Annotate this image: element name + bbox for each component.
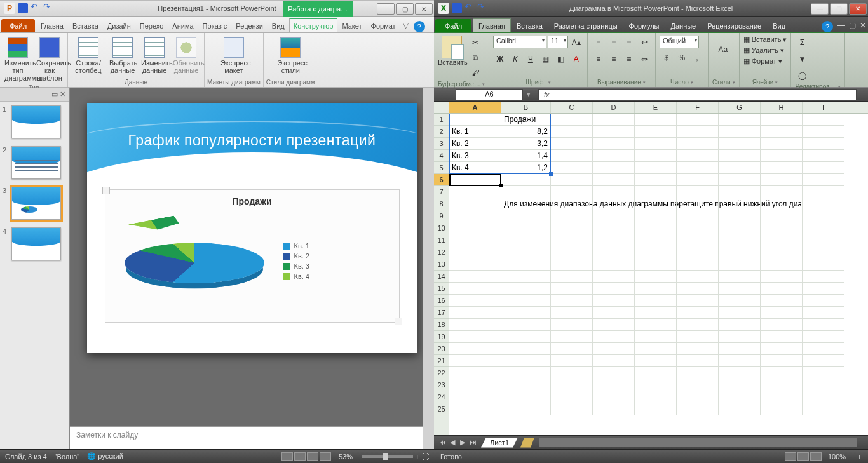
- tab-chart-design[interactable]: Конструктор: [289, 18, 338, 32]
- cell-F18[interactable]: [677, 319, 719, 331]
- cell-F4[interactable]: [677, 150, 719, 162]
- close-button[interactable]: ✕: [849, 3, 867, 15]
- cell-I6[interactable]: [803, 174, 844, 186]
- row-header-7[interactable]: 7: [434, 186, 449, 198]
- cell-G6[interactable]: [719, 174, 761, 186]
- select-all-corner[interactable]: [434, 102, 449, 114]
- cell-D3[interactable]: [593, 138, 635, 150]
- cell-E16[interactable]: [635, 295, 677, 307]
- col-header-D[interactable]: D: [593, 102, 635, 113]
- maximize-button[interactable]: ▢: [830, 3, 848, 15]
- cell-G19[interactable]: [719, 331, 761, 343]
- slideshow-view-icon[interactable]: [320, 452, 331, 461]
- sheet-tab[interactable]: Лист1: [481, 438, 518, 448]
- page-break-view-icon[interactable]: [810, 452, 822, 461]
- mdi-close-icon[interactable]: ✕: [858, 18, 868, 32]
- cell-A16[interactable]: [449, 295, 501, 307]
- qat-save-icon[interactable]: [452, 3, 462, 13]
- status-language[interactable]: 🌐 русский: [87, 452, 123, 460]
- cell-F22[interactable]: [677, 367, 719, 379]
- col-header-F[interactable]: F: [677, 102, 719, 113]
- range-resize-handle[interactable]: [549, 172, 553, 176]
- qat-save-icon[interactable]: [18, 3, 28, 13]
- cell-F21[interactable]: [677, 355, 719, 367]
- cell-I20[interactable]: [803, 343, 844, 355]
- cell-H17[interactable]: [761, 307, 803, 319]
- cell-A17[interactable]: [449, 307, 501, 319]
- underline-icon[interactable]: Ч: [524, 52, 538, 66]
- sorter-view-icon[interactable]: [294, 452, 306, 461]
- cell-I8[interactable]: [803, 198, 844, 210]
- row-header-17[interactable]: 17: [434, 307, 449, 319]
- cell-F17[interactable]: [677, 307, 719, 319]
- cell-E9[interactable]: [635, 210, 677, 222]
- cell-I10[interactable]: [803, 222, 844, 234]
- zoom-in-icon[interactable]: +: [858, 453, 862, 460]
- cell-F1[interactable]: [677, 114, 719, 126]
- row-header-5[interactable]: 5: [434, 162, 449, 174]
- row-header-13[interactable]: 13: [434, 258, 449, 271]
- ribbon-minimize-icon[interactable]: ▽: [400, 18, 411, 32]
- cell-F8[interactable]: [677, 198, 719, 210]
- cell-I24[interactable]: [803, 391, 844, 403]
- tab-file[interactable]: Файл: [1, 19, 35, 32]
- cell-H12[interactable]: [761, 246, 803, 258]
- col-header-B[interactable]: B: [501, 102, 551, 113]
- sheet-nav-next-icon[interactable]: ▶: [458, 438, 467, 446]
- cell-G2[interactable]: [719, 126, 761, 138]
- cell-C24[interactable]: [551, 391, 593, 403]
- cell-G14[interactable]: [719, 271, 761, 283]
- column-headers[interactable]: ABCDEFGHI: [449, 102, 868, 114]
- cell-B10[interactable]: [501, 222, 551, 234]
- cell-B9[interactable]: [501, 210, 551, 222]
- notes-pane[interactable]: Заметки к слайду: [70, 426, 434, 449]
- tab-review[interactable]: Рецензи: [231, 18, 268, 32]
- font-name-combo[interactable]: Calibri: [493, 36, 546, 48]
- row-header-11[interactable]: 11: [434, 234, 449, 246]
- cell-F11[interactable]: [677, 234, 719, 246]
- cell-B16[interactable]: [501, 295, 551, 307]
- save-as-template-button[interactable]: Сохранить как шаблон: [34, 36, 65, 84]
- cell-A18[interactable]: [449, 319, 501, 331]
- slide-thumb-2[interactable]: 2: [0, 142, 69, 183]
- tab-view[interactable]: Вид: [767, 18, 791, 32]
- cell-A12[interactable]: [449, 246, 501, 258]
- cell-A14[interactable]: [449, 271, 501, 283]
- cell-I5[interactable]: [803, 162, 844, 174]
- row-header-22[interactable]: 22: [434, 367, 449, 379]
- cell-E22[interactable]: [635, 367, 677, 379]
- cell-E13[interactable]: [635, 258, 677, 271]
- cell-G3[interactable]: [719, 138, 761, 150]
- col-header-G[interactable]: G: [719, 102, 761, 113]
- zoom-out-icon[interactable]: −: [355, 453, 359, 460]
- cell-E7[interactable]: [635, 186, 677, 198]
- cell-I25[interactable]: [803, 403, 844, 415]
- cell-H11[interactable]: [761, 234, 803, 246]
- cell-G25[interactable]: [719, 403, 761, 415]
- slide-thumb-3[interactable]: 3: [0, 183, 69, 224]
- quick-layout-button[interactable]: Экспресс-макет: [219, 36, 249, 78]
- cell-B11[interactable]: [501, 234, 551, 246]
- switch-row-col-button[interactable]: Строка/столбец: [71, 36, 106, 78]
- col-header-C[interactable]: C: [551, 102, 593, 113]
- zoom-slider[interactable]: [362, 455, 413, 458]
- cell-E14[interactable]: [635, 271, 677, 283]
- cell-B23[interactable]: [501, 379, 551, 391]
- cell-I16[interactable]: [803, 295, 844, 307]
- cell-A15[interactable]: [449, 283, 501, 295]
- insert-cells-button[interactable]: ▦ Вставить ▾: [743, 36, 787, 44]
- cell-F2[interactable]: [677, 126, 719, 138]
- cell-I9[interactable]: [803, 210, 844, 222]
- tab-slideshow[interactable]: Показ с: [198, 18, 232, 32]
- cell-D10[interactable]: [593, 222, 635, 234]
- cell-D22[interactable]: [593, 367, 635, 379]
- cell-A22[interactable]: [449, 367, 501, 379]
- cell-E19[interactable]: [635, 331, 677, 343]
- row-header-1[interactable]: 1: [434, 114, 449, 126]
- align-middle-icon[interactable]: ≡: [607, 36, 621, 50]
- fill-icon[interactable]: ▼: [795, 52, 809, 66]
- cell-C13[interactable]: [551, 258, 593, 271]
- cell-E23[interactable]: [635, 379, 677, 391]
- cell-B15[interactable]: [501, 283, 551, 295]
- close-button[interactable]: ✕: [415, 3, 433, 15]
